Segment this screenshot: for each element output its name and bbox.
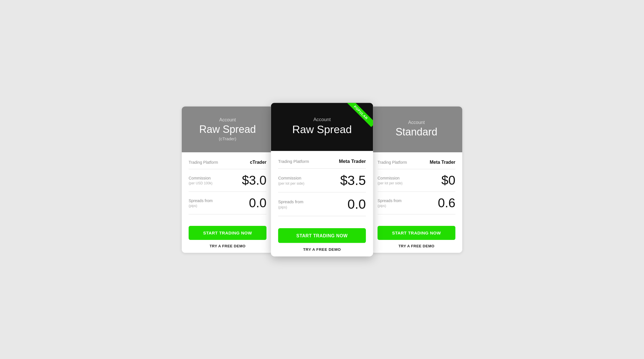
row-value: 0.0 <box>347 196 366 212</box>
row-value: $3.5 <box>340 173 366 188</box>
row-label-sub: (per USD 100k) <box>189 181 212 185</box>
card-standard: AccountStandardTrading PlatformMeta Trad… <box>371 106 462 253</box>
card-header-raw-spread-metatrader: POPULARAccountRaw Spread <box>271 103 373 151</box>
row-label-main: Spreads from <box>278 199 303 204</box>
row-label-main: Commission <box>189 176 211 180</box>
card-row-1: Commission(per lot per side)$3.5 <box>278 169 366 192</box>
card-raw-spread-metatrader: POPULARAccountRaw SpreadTrading Platform… <box>271 103 373 257</box>
row-value: 0.0 <box>249 196 266 210</box>
row-label: Spreads from(pips) <box>189 198 213 208</box>
row-value: cTrader <box>250 160 266 165</box>
row-label-main: Trading Platform <box>278 159 309 164</box>
row-label-main: Trading Platform <box>189 160 218 165</box>
row-label-sub: (pips) <box>189 204 213 208</box>
cards-container: AccountRaw Spread(cTrader)Trading Platfo… <box>150 106 494 253</box>
try-demo-button[interactable]: TRY A FREE DEMO <box>398 244 434 248</box>
card-body: Trading PlatformMeta TraderCommission(pe… <box>271 151 373 222</box>
card-account-label: Account <box>408 120 425 125</box>
row-label: Commission(per USD 100k) <box>189 175 212 185</box>
row-label-sub: (per lot per side) <box>378 181 402 185</box>
row-label: Commission(per lot per side) <box>378 175 402 185</box>
card-raw-spread-ctrader: AccountRaw Spread(cTrader)Trading Platfo… <box>182 106 273 253</box>
try-demo-button[interactable]: TRY A FREE DEMO <box>210 244 246 248</box>
card-header-raw-spread-ctrader: AccountRaw Spread(cTrader) <box>182 106 273 152</box>
try-demo-button[interactable]: TRY A FREE DEMO <box>303 247 341 252</box>
row-value: 0.6 <box>438 196 455 210</box>
card-account-label: Account <box>219 117 236 123</box>
row-label-sub: (pips) <box>278 205 303 209</box>
card-body: Trading PlatformcTraderCommission(per US… <box>182 152 273 220</box>
row-label: Commission(per lot per side) <box>278 175 305 186</box>
card-row-2: Spreads from(pips)0.0 <box>278 192 366 216</box>
card-footer: START TRADING NOWTRY A FREE DEMO <box>182 220 273 253</box>
card-account-label: Account <box>313 117 331 122</box>
card-account-subtitle: (cTrader) <box>219 136 236 141</box>
card-account-title: Raw Spread <box>292 123 352 135</box>
row-label: Trading Platform <box>378 160 407 165</box>
row-value: $3.0 <box>242 173 266 188</box>
card-header-standard: AccountStandard <box>371 106 462 152</box>
card-row-0: Trading PlatformMeta Trader <box>278 157 366 169</box>
row-label-main: Trading Platform <box>378 160 407 165</box>
card-account-title: Raw Spread <box>199 124 256 135</box>
row-label-main: Spreads from <box>378 198 402 203</box>
card-row-2: Spreads from(pips)0.0 <box>189 192 266 214</box>
row-label: Spreads from(pips) <box>278 199 303 209</box>
card-body: Trading PlatformMeta TraderCommission(pe… <box>371 152 462 220</box>
row-value: Meta Trader <box>339 159 366 164</box>
row-label: Trading Platform <box>278 159 309 164</box>
start-trading-button[interactable]: START TRADING NOW <box>278 228 366 243</box>
card-row-1: Commission(per lot per side)$0 <box>378 169 455 192</box>
row-label-main: Commission <box>278 175 301 180</box>
card-row-0: Trading PlatformMeta Trader <box>378 158 455 169</box>
row-label: Spreads from(pips) <box>378 198 402 208</box>
row-label-main: Commission <box>378 176 400 180</box>
popular-badge-label: POPULAR <box>346 103 373 127</box>
row-label: Trading Platform <box>189 160 218 165</box>
card-row-2: Spreads from(pips)0.6 <box>378 192 455 214</box>
row-value: Meta Trader <box>430 160 455 165</box>
card-account-title: Standard <box>396 126 437 138</box>
popular-badge: POPULAR <box>346 103 373 130</box>
card-footer: START TRADING NOWTRY A FREE DEMO <box>271 222 373 257</box>
card-row-0: Trading PlatformcTrader <box>189 158 266 169</box>
row-label-main: Spreads from <box>189 198 213 203</box>
start-trading-button[interactable]: START TRADING NOW <box>378 226 455 240</box>
card-row-1: Commission(per USD 100k)$3.0 <box>189 169 266 192</box>
row-value: $0 <box>441 173 455 188</box>
row-label-sub: (pips) <box>378 204 402 208</box>
row-label-sub: (per lot per side) <box>278 181 305 186</box>
card-footer: START TRADING NOWTRY A FREE DEMO <box>371 220 462 253</box>
start-trading-button[interactable]: START TRADING NOW <box>189 226 266 240</box>
